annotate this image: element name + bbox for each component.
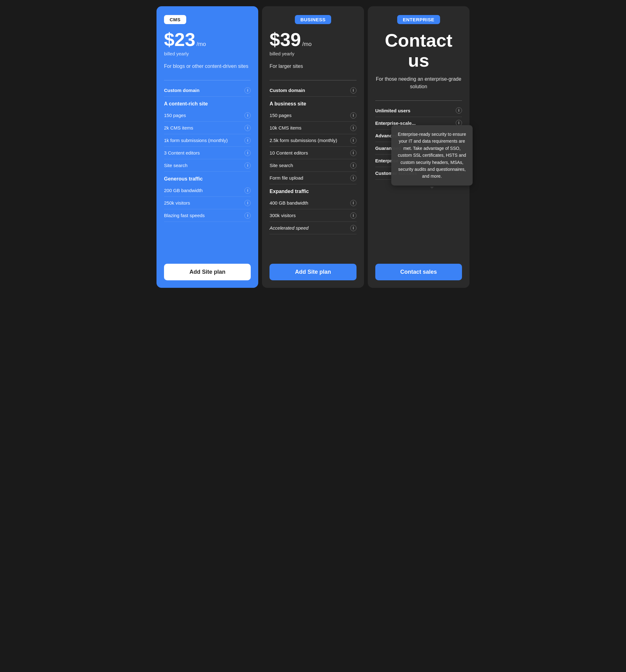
cms-feature-cms-items: 2k CMS items i — [164, 122, 251, 134]
cms-form-label: 1k form submissions (monthly) — [164, 137, 241, 144]
business-cta-button[interactable]: Add Site plan — [270, 264, 356, 280]
business-feature-form-submissions: 2.5k form submissions (monthly) i — [270, 134, 356, 147]
business-feature-bandwidth: 400 GB bandwidth i — [270, 197, 356, 209]
cms-billing: billed yearly — [164, 51, 251, 56]
cms-card: CMS $23 /mo billed yearly For blogs or o… — [157, 6, 258, 288]
business-feature-custom-domain: Custom domain i — [270, 84, 356, 97]
cms-divider-1 — [164, 80, 251, 80]
cms-feature-editors: 3 Content editors i — [164, 147, 251, 159]
business-feature-cms-items: 10k CMS items i — [270, 122, 356, 134]
business-pages-info-icon[interactable]: i — [350, 112, 356, 119]
business-divider-1 — [270, 80, 356, 80]
cms-feature-custom-domain: Custom domain i — [164, 84, 251, 97]
business-bandwidth-info-icon[interactable]: i — [350, 200, 356, 206]
cms-editors-info-icon[interactable]: i — [245, 150, 251, 156]
business-pages-label: 150 pages — [270, 112, 347, 119]
enterprise-divider-1 — [375, 100, 462, 101]
pricing-container: CMS $23 /mo billed yearly For blogs or o… — [157, 6, 469, 288]
cms-form-info-icon[interactable]: i — [245, 137, 251, 144]
cms-price-row: $23 /mo — [164, 30, 251, 49]
business-visitors-info-icon[interactable]: i — [350, 212, 356, 219]
business-section-site: A business site — [270, 101, 356, 107]
business-feature-visitors: 300k visitors i — [270, 209, 356, 222]
cms-custom-domain-label: Custom domain — [164, 87, 241, 94]
enterprise-card: ENTERPRISE Contact us For those needing … — [368, 6, 469, 288]
business-custom-domain-info-icon[interactable]: i — [350, 87, 356, 94]
enterprise-price-title: Contact us — [375, 30, 462, 70]
cms-section-traffic: Generous traffic — [164, 176, 251, 182]
business-form-label: 2.5k form submissions (monthly) — [270, 137, 347, 144]
cms-feature-site-search: Site search i — [164, 159, 251, 172]
cms-site-search-info-icon[interactable]: i — [245, 162, 251, 169]
cms-items-info-icon[interactable]: i — [245, 125, 251, 131]
business-site-search-label: Site search — [270, 162, 347, 169]
business-editors-label: 10 Content editors — [270, 149, 347, 156]
enterprise-security-tooltip: Enterprise-ready security to ensure your… — [391, 125, 473, 186]
tooltip-text: Enterprise-ready security to ensure your… — [398, 132, 466, 178]
enterprise-description: For those needing an enterprise-grade so… — [375, 75, 462, 90]
enterprise-cta-button[interactable]: Contact sales — [375, 264, 462, 280]
cms-cta-button[interactable]: Add Site plan — [164, 264, 251, 280]
cms-items-label: 2k CMS items — [164, 124, 241, 131]
business-feature-site-search: Site search i — [270, 159, 356, 172]
cms-badge: CMS — [164, 15, 186, 24]
cms-feature-form-submissions: 1k form submissions (monthly) i — [164, 134, 251, 147]
business-editors-info-icon[interactable]: i — [350, 150, 356, 156]
cms-speed-label: Blazing fast speeds — [164, 212, 241, 219]
cms-feature-speed: Blazing fast speeds i — [164, 209, 251, 222]
business-form-upload-info-icon[interactable]: i — [350, 175, 356, 181]
business-section-traffic: Expanded traffic — [270, 189, 356, 194]
cms-visitors-label: 250k visitors — [164, 199, 241, 206]
cms-period: /mo — [196, 41, 206, 48]
cms-feature-bandwidth: 200 GB bandwidth i — [164, 184, 251, 197]
business-billing: billed yearly — [270, 51, 356, 56]
business-speed-info-icon[interactable]: i — [350, 225, 356, 231]
business-cms-items-label: 10k CMS items — [270, 124, 347, 131]
cms-price: $23 — [164, 30, 195, 49]
business-price-row: $39 /mo — [270, 30, 356, 49]
business-feature-form-upload: Form file upload i — [270, 172, 356, 184]
business-form-upload-label: Form file upload — [270, 174, 347, 181]
business-custom-domain-label: Custom domain — [270, 87, 347, 94]
business-bandwidth-label: 400 GB bandwidth — [270, 199, 347, 206]
cms-custom-domain-info-icon[interactable]: i — [245, 87, 251, 94]
cms-speed-info-icon[interactable]: i — [245, 212, 251, 219]
business-card: BUSINESS $39 /mo billed yearly For large… — [262, 6, 364, 288]
business-speed-label: Accelerated speed — [270, 225, 347, 231]
cms-pages-label: 150 pages — [164, 112, 241, 119]
business-site-search-info-icon[interactable]: i — [350, 162, 356, 169]
cms-description: For blogs or other content-driven sites — [164, 63, 251, 70]
business-description: For larger sites — [270, 63, 356, 70]
enterprise-badge: ENTERPRISE — [397, 15, 440, 24]
cms-bandwidth-info-icon[interactable]: i — [245, 187, 251, 194]
business-feature-speed: Accelerated speed i — [270, 222, 356, 234]
business-feature-pages: 150 pages i — [270, 109, 356, 122]
cms-feature-visitors: 250k visitors i — [164, 197, 251, 209]
cms-section-content: A content-rich site — [164, 101, 251, 107]
business-period: /mo — [302, 41, 311, 48]
cms-pages-info-icon[interactable]: i — [245, 112, 251, 119]
enterprise-feature-unlimited-users: Unlimited users i — [375, 104, 462, 117]
business-cms-items-info-icon[interactable]: i — [350, 125, 356, 131]
cms-visitors-info-icon[interactable]: i — [245, 200, 251, 206]
enterprise-unlimited-users-info-icon[interactable]: i — [456, 107, 462, 114]
business-visitors-label: 300k visitors — [270, 212, 347, 219]
business-badge: BUSINESS — [295, 15, 331, 24]
business-feature-editors: 10 Content editors i — [270, 147, 356, 159]
cms-editors-label: 3 Content editors — [164, 149, 241, 156]
business-form-info-icon[interactable]: i — [350, 137, 356, 144]
cms-feature-pages: 150 pages i — [164, 109, 251, 122]
cms-site-search-label: Site search — [164, 162, 241, 169]
business-price: $39 — [270, 30, 301, 49]
enterprise-unlimited-users-label: Unlimited users — [375, 107, 453, 114]
cms-bandwidth-label: 200 GB bandwidth — [164, 187, 241, 194]
